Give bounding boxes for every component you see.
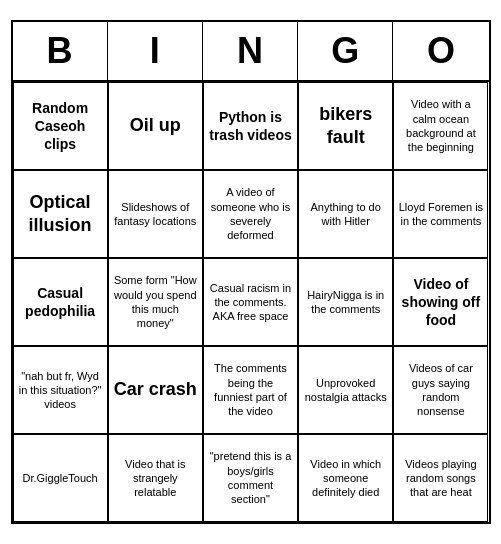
header-letter-n: N bbox=[203, 22, 298, 80]
bingo-cell-14: Video of showing off food bbox=[393, 258, 488, 346]
bingo-cell-20: Dr.GiggleTouch bbox=[13, 434, 108, 522]
bingo-cell-0: Random Caseoh clips bbox=[13, 82, 108, 170]
bingo-cell-21: Video that is strangely relatable bbox=[108, 434, 203, 522]
bingo-cell-4: Video with a calm ocean background at th… bbox=[393, 82, 488, 170]
bingo-cell-3: bikers fault bbox=[298, 82, 393, 170]
bingo-cell-9: Lloyd Foremen is in the comments bbox=[393, 170, 488, 258]
bingo-cell-8: Anything to do with Hitler bbox=[298, 170, 393, 258]
bingo-cell-19: Videos of car guys saying random nonsens… bbox=[393, 346, 488, 434]
bingo-cell-6: Slideshows of fantasy locations bbox=[108, 170, 203, 258]
bingo-cell-15: "nah but fr, Wyd in this situation?" vid… bbox=[13, 346, 108, 434]
bingo-cell-23: Video in which someone definitely died bbox=[298, 434, 393, 522]
bingo-cell-5: Optical illusion bbox=[13, 170, 108, 258]
header-letter-o: O bbox=[393, 22, 488, 80]
bingo-cell-17: The comments being the funniest part of … bbox=[203, 346, 298, 434]
bingo-header: BINGO bbox=[13, 22, 489, 82]
bingo-cell-16: Car crash bbox=[108, 346, 203, 434]
bingo-cell-12: Casual racism in the comments. AKA free … bbox=[203, 258, 298, 346]
bingo-cell-24: Videos playing random songs that are hea… bbox=[393, 434, 488, 522]
bingo-cell-10: Casual pedophilia bbox=[13, 258, 108, 346]
bingo-cell-2: Python is trash videos bbox=[203, 82, 298, 170]
bingo-grid: Random Caseoh clipsOil upPython is trash… bbox=[13, 82, 489, 522]
header-letter-g: G bbox=[298, 22, 393, 80]
bingo-cell-13: HairyNigga is in the comments bbox=[298, 258, 393, 346]
bingo-cell-7: A video of someone who is severely defor… bbox=[203, 170, 298, 258]
bingo-card: BINGO Random Caseoh clipsOil upPython is… bbox=[11, 20, 491, 524]
header-letter-b: B bbox=[13, 22, 108, 80]
bingo-cell-22: "pretend this is a boys/girls comment se… bbox=[203, 434, 298, 522]
bingo-cell-18: Unprovoked nostalgia attacks bbox=[298, 346, 393, 434]
header-letter-i: I bbox=[108, 22, 203, 80]
bingo-cell-11: Some form "How would you spend this much… bbox=[108, 258, 203, 346]
bingo-cell-1: Oil up bbox=[108, 82, 203, 170]
